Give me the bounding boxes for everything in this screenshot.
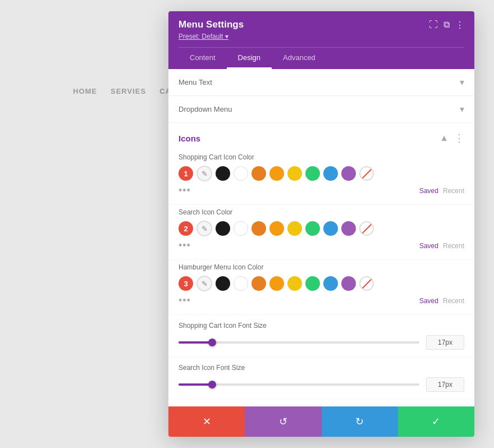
color-orange-1[interactable] [251,166,266,181]
search-font-size-setting: Search Icon Font Size 17px [168,357,474,399]
color-purple-3[interactable] [341,276,356,291]
cancel-button[interactable]: ✕ [168,406,245,437]
tab-content[interactable]: Content [179,48,227,69]
shopping-cart-slider-track[interactable] [179,341,419,344]
recent-link-2[interactable]: Recent [443,242,464,250]
shopping-cart-label: Shopping Cart Icon Color [179,153,464,161]
hamburger-label: Hamburger Menu Icon Color [179,263,464,271]
nav-services: SERVIES [111,87,146,95]
dots-btn-1[interactable]: ••• [179,185,191,196]
panel-header: Menu Settings ⛶ ⧉ ⋮ Preset: Default ▾ Co… [168,11,474,69]
eyedropper-2[interactable]: ✎ [196,221,212,236]
panel-footer: ✕ ↺ ↻ ✓ [168,406,474,437]
shopping-cart-color-setting: Shopping Cart Icon Color 1 ✎ ••• S [168,150,474,205]
menu-text-chevron: ▾ [460,77,464,88]
dots-btn-2[interactable]: ••• [179,240,191,252]
tab-design[interactable]: Design [227,48,272,69]
search-slider-fill [179,383,212,386]
menu-text-section[interactable]: Menu Text ▾ [168,69,474,96]
panel-preset[interactable]: Preset: Default ▾ [179,33,464,40]
search-icon-label: Search Icon Color [179,208,464,216]
shopping-cart-color-footer: ••• Saved Recent [179,185,464,196]
color-amber-3[interactable] [269,276,284,291]
panel-header-icons: ⛶ ⧉ ⋮ [429,20,464,30]
color-none-3[interactable] [359,276,374,291]
color-green-2[interactable] [305,221,320,236]
color-green-3[interactable] [305,276,320,291]
color-orange-2[interactable] [251,221,266,236]
redo-button[interactable]: ↻ [322,406,398,437]
saved-link-2[interactable]: Saved [419,242,438,250]
color-purple-2[interactable] [341,221,356,236]
panel-header-top: Menu Settings ⛶ ⧉ ⋮ [179,19,464,30]
search-icon-color-setting: Search Icon Color 2 ✎ ••• Saved [168,205,474,260]
shopping-cart-slider-row: 17px [179,335,464,350]
search-slider-track[interactable] [179,383,419,386]
saved-link-1[interactable]: Saved [419,187,438,195]
menu-text-label: Menu Text [179,78,212,86]
search-icon-color-footer: ••• Saved Recent [179,240,464,252]
badge-1: 1 [179,166,193,181]
color-yellow-1[interactable] [287,166,302,181]
eyedropper-3[interactable]: ✎ [196,276,212,291]
badge-2: 2 [179,221,193,236]
color-blue-3[interactable] [323,276,338,291]
icons-collapse-btn[interactable]: ▲ [440,133,449,143]
dropdown-menu-label: Dropdown Menu [179,105,232,113]
shopping-cart-color-row: 1 ✎ [179,166,464,181]
shopping-cart-slider-label: Shopping Cart Icon Font Size [179,322,464,330]
dropdown-menu-section[interactable]: Dropdown Menu ▾ [168,96,474,123]
panel-body: Menu Text ▾ Dropdown Menu ▾ Icons ▲ ⋮ Sh… [168,69,474,406]
hamburger-color-setting: Hamburger Menu Icon Color 3 ✎ ••• [168,260,474,315]
color-black-3[interactable] [216,276,230,291]
icons-more-btn[interactable]: ⋮ [454,132,464,144]
tab-advanced[interactable]: Advanced [272,48,327,69]
search-slider-label: Search Icon Font Size [179,364,464,372]
color-white-2[interactable] [234,221,248,236]
color-orange-3[interactable] [251,276,266,291]
search-slider-value[interactable]: 17px [426,377,464,392]
save-button[interactable]: ✓ [398,406,474,437]
color-blue-1[interactable] [323,166,338,181]
color-black-2[interactable] [216,221,230,236]
color-purple-1[interactable] [341,166,356,181]
color-yellow-2[interactable] [287,221,302,236]
color-black-1[interactable] [216,166,230,181]
color-amber-2[interactable] [269,221,284,236]
color-blue-2[interactable] [323,221,338,236]
shopping-cart-slider-fill [179,341,212,344]
shopping-cart-slider-thumb[interactable] [208,339,216,346]
columns-icon[interactable]: ⧉ [443,20,450,30]
color-white-3[interactable] [234,276,248,291]
more-options-icon[interactable]: ⋮ [455,20,464,30]
saved-link-3[interactable]: Saved [419,297,438,305]
eyedropper-1[interactable]: ✎ [196,166,212,181]
panel-title: Menu Settings [179,19,244,30]
fullscreen-icon[interactable]: ⛶ [429,20,438,30]
color-yellow-3[interactable] [287,276,302,291]
color-none-2[interactable] [359,221,374,236]
panel-tabs: Content Design Advanced [179,47,464,69]
hamburger-color-row: 3 ✎ [179,276,464,291]
dots-btn-3[interactable]: ••• [179,295,191,307]
reset-button[interactable]: ↺ [245,406,321,437]
hamburger-font-size-setting: Hamburger Menu Icon Font Size 32px [168,399,474,406]
color-none-1[interactable] [359,166,374,181]
color-green-1[interactable] [305,166,320,181]
shopping-cart-slider-value[interactable]: 17px [426,335,464,350]
recent-link-1[interactable]: Recent [443,187,464,195]
search-icon-color-row: 2 ✎ [179,221,464,236]
recent-link-3[interactable]: Recent [443,297,464,305]
menu-settings-panel: Menu Settings ⛶ ⧉ ⋮ Preset: Default ▾ Co… [168,11,474,437]
dropdown-menu-chevron: ▾ [460,104,464,115]
color-white-1[interactable] [234,166,248,181]
shopping-cart-font-size-setting: Shopping Cart Icon Font Size 17px [168,315,474,357]
icons-section-controls: ▲ ⋮ [440,132,464,144]
icons-section: Icons ▲ ⋮ Shopping Cart Icon Color 1 ✎ [168,123,474,406]
icons-section-title: Icons [179,134,200,143]
search-slider-row: 17px [179,377,464,392]
search-slider-thumb[interactable] [208,381,216,388]
badge-3: 3 [179,276,193,291]
icons-section-header: Icons ▲ ⋮ [168,123,474,150]
color-amber-1[interactable] [269,166,284,181]
